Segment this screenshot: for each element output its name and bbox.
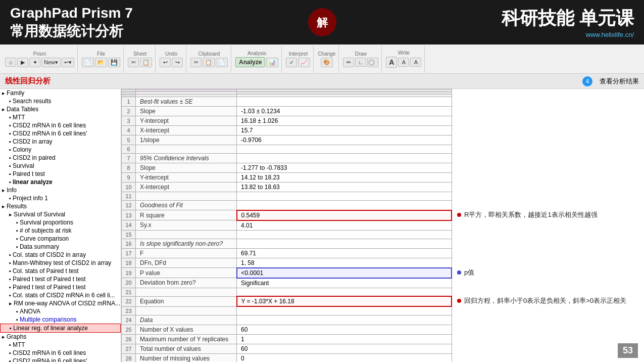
write-a3-btn[interactable]: A [410, 58, 421, 67]
row-number: 25 [122, 325, 136, 334]
sidebar-item[interactable]: ▪ Paired t test of Paired t test [0, 283, 121, 291]
sidebar-item[interactable]: ▪ Mann-Whitney test of CISD2 in array [0, 259, 121, 267]
prism-undo-btn[interactable]: ↩▾ [62, 58, 74, 67]
sidebar-item[interactable]: ▪ CISD2 mRNA in 6 cell lines [0, 349, 121, 357]
sidebar[interactable]: ▸ Family▪ Search results▸ Data Tables▪ M… [0, 89, 121, 362]
clip-cut-btn[interactable]: ✂ [190, 58, 202, 67]
prism-nav-btn[interactable]: ▶ [17, 58, 28, 67]
sidebar-item[interactable]: ▪ Col. stats of CISD2 in array [0, 251, 121, 259]
table-row: 3Y-intercept16.18 ± 1.026 [122, 116, 452, 126]
row-number: 11 [122, 192, 136, 201]
row-value [237, 239, 452, 248]
sidebar-item[interactable]: ▪ Colony [0, 146, 121, 154]
sidebar-item[interactable]: ▪ Col. stats of Paired t test [0, 267, 121, 275]
row-number: 24 [122, 315, 136, 325]
row-label: P value [136, 268, 237, 278]
row-value: Y = -1.03*X + 16.18 [237, 296, 452, 306]
sidebar-item-label: Curve comparison [20, 235, 69, 242]
file-open-btn[interactable]: 📂 [95, 58, 107, 67]
sidebar-item-label: Family [7, 89, 24, 97]
prism-home-btn[interactable]: ⌂ [5, 58, 16, 67]
sidebar-item-label: CISD2 mRNA in 6 cell lines' [13, 357, 87, 362]
sidebar-item[interactable]: ▪ CISD2 mRNA in 6 cell lines' [0, 357, 121, 362]
sidebar-item[interactable]: ▸ Results [0, 202, 121, 210]
sidebar-item[interactable]: ▪ CISD2 in array [0, 138, 121, 146]
row-label: Deviation from zero? [136, 278, 237, 288]
sidebar-item[interactable]: ▸ RM one-way ANOVA of CISD2 mRNA... [0, 299, 121, 307]
table-row: 6 [122, 145, 452, 154]
draw-pen-btn[interactable]: ✏ [343, 58, 354, 67]
redo-btn[interactable]: ↪ [172, 58, 183, 67]
row-label: Slope [136, 163, 237, 173]
sidebar-item-icon: ▪ [9, 179, 11, 185]
row-value: 1, 58 [237, 258, 452, 268]
row-number: 9 [122, 173, 136, 183]
interpret-graph-btn[interactable]: 📈 [298, 58, 310, 67]
clip-copy-btn[interactable]: 📋 [203, 58, 215, 67]
toolbar-label-file: File [97, 51, 105, 57]
toolbar-label-sheet: Sheet [133, 51, 146, 57]
clip-paste-btn[interactable]: 📄 [216, 58, 228, 67]
sidebar-item[interactable]: ▪ Paired t test of Paired t test [0, 275, 121, 283]
sidebar-item-label: linear analyze [13, 178, 53, 186]
sidebar-item-icon: ▪ [9, 195, 11, 201]
write-a1-btn[interactable]: A [386, 57, 397, 68]
sidebar-item[interactable]: ▪ Col. stats of CISD2 mRNA in 6 cell li.… [0, 291, 121, 299]
change-color-btn[interactable]: 🎨 [321, 58, 333, 67]
sidebar-item[interactable]: ▪ ANOVA [0, 307, 121, 315]
interpret-check-btn[interactable]: ✓ [286, 58, 297, 67]
sidebar-item[interactable]: ▪ Curve comparison [0, 235, 121, 243]
sidebar-item[interactable]: ▪ CISD2 in paired [0, 154, 121, 162]
sidebar-item[interactable]: ▪ Search results [0, 97, 121, 105]
sidebar-item[interactable]: ▸ Graphs [0, 333, 121, 341]
row-number: 7 [122, 154, 136, 163]
sidebar-item[interactable]: ▸ Survival of Survival [0, 210, 121, 218]
write-a2-btn[interactable]: A [398, 58, 409, 67]
sidebar-item-icon: ▪ [9, 268, 11, 274]
toolbar-label-undo: Undo [165, 51, 177, 57]
left-panel-header: 线性回归分析 4 查看分析结果 [0, 74, 644, 89]
sidebar-item[interactable]: ▪ CISD2 mRNA in 6 cell lines [0, 121, 121, 129]
table-row: 25Number of X values60 [122, 325, 452, 334]
sidebar-item[interactable]: ▸ Family [0, 89, 121, 97]
sidebar-item[interactable]: ▪ linear analyze [0, 178, 121, 186]
sidebar-item[interactable]: ▪ MTT [0, 113, 121, 121]
sidebar-item-label: Mann-Whitney test of CISD2 in array [13, 259, 111, 266]
sidebar-item[interactable]: ▸ Info [0, 186, 121, 194]
sidebar-item-label: Data Tables [7, 106, 38, 113]
sidebar-item[interactable]: ▸ Data Tables [0, 105, 121, 113]
analysis-icon-btn[interactable]: 📊 [266, 58, 278, 67]
sidebar-item[interactable]: ▪ Survival proportions [0, 218, 121, 227]
sidebar-item[interactable]: ▪ Multiple comparisons [0, 315, 121, 324]
row-value: -1.277 to -0.7833 [237, 163, 452, 173]
sidebar-item-icon: ▪ [16, 228, 18, 234]
sidebar-item[interactable]: ▪ MTT [0, 341, 121, 349]
sidebar-item[interactable]: ▪ CISD2 mRNA in 6 cell lines' [0, 129, 121, 138]
draw-circle-btn[interactable]: ⃝ [367, 58, 378, 67]
sidebar-item[interactable]: ▪ Linear reg. of linear analyze [0, 324, 121, 333]
analyze-button[interactable]: Analyze [235, 57, 265, 67]
prism-new-btn[interactable]: New▾ [41, 58, 61, 67]
sidebar-item-label: Survival of Survival [14, 211, 65, 218]
row-number: 4 [122, 126, 136, 135]
file-save-btn[interactable]: 💾 [108, 58, 120, 67]
sidebar-item[interactable]: ▪ Survival [0, 162, 121, 170]
sidebar-item[interactable]: ▪ Paired t test [0, 170, 121, 178]
table-row: 2Slope-1.03 ± 0.1234 [122, 107, 452, 116]
sheet-cut-btn[interactable]: ✂ [128, 58, 139, 67]
prism-star-btn[interactable]: ✦ [29, 58, 40, 67]
sidebar-item-icon: ▸ [2, 90, 5, 97]
sidebar-item-label: Multiple comparisons [20, 316, 77, 323]
sidebar-item[interactable]: ▪ Data summary [0, 243, 121, 251]
sidebar-item[interactable]: ▪ # of subjects at risk [0, 227, 121, 235]
sidebar-item-icon: ▪ [16, 316, 18, 323]
draw-line-btn[interactable]: ∟ [355, 58, 366, 67]
row-value: 69.71 [237, 248, 452, 258]
sidebar-item-label: Graphs [7, 333, 26, 340]
sidebar-item-label: CISD2 mRNA in 6 cell lines [13, 122, 86, 129]
undo-btn[interactable]: ↩ [160, 58, 171, 67]
sheet-copy-btn[interactable]: 📋 [140, 58, 152, 67]
sidebar-item[interactable]: ▪ Project info 1 [0, 194, 121, 202]
annotation-text: R平方，即相关系数，越接近1表示相关性越强 [464, 210, 598, 219]
file-new-btn[interactable]: 📄 [82, 58, 94, 67]
